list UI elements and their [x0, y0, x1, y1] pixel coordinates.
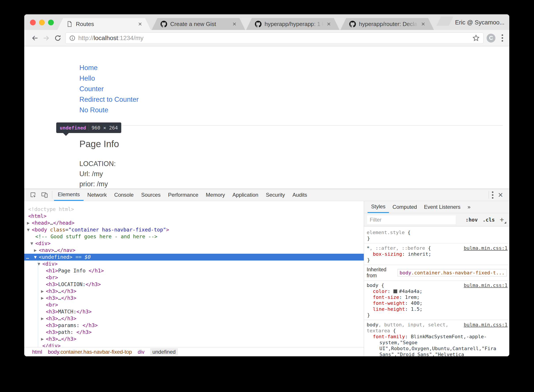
tab-close-icon[interactable]: ×: [138, 21, 142, 27]
bookmark-star-icon[interactable]: [472, 34, 480, 42]
tab-close-icon[interactable]: ×: [327, 21, 331, 27]
expand-arrow-down-icon[interactable]: ▼: [34, 254, 37, 261]
page-link[interactable]: Redirect to Counter: [79, 94, 139, 105]
style-rules: element.style {}*, ::after, ::before {bu…: [364, 226, 509, 356]
page-link[interactable]: Home: [79, 63, 139, 73]
dom-row[interactable]: <!doctype html>: [24, 206, 364, 213]
dom-row[interactable]: <br>: [24, 302, 364, 308]
close-window-button[interactable]: [30, 20, 36, 25]
page-link[interactable]: Hello: [79, 73, 139, 84]
css-property[interactable]: color: #4a4a4a;: [367, 288, 499, 294]
new-tab-button[interactable]: [437, 17, 453, 26]
expand-arrow-down-icon[interactable]: ▼: [30, 240, 33, 247]
stylesheet-link[interactable]: bulma.min.css:1: [464, 245, 508, 251]
browser-menu-button[interactable]: [500, 33, 505, 43]
reload-button[interactable]: [52, 32, 63, 44]
css-property[interactable]: font-weight: 400;: [367, 300, 499, 306]
dom-row[interactable]: <br>: [24, 274, 364, 281]
minimize-window-button[interactable]: [39, 20, 45, 25]
address-bar[interactable]: http://localhost:1234/my: [65, 32, 483, 44]
dom-row[interactable]: <h3>params: </h3>: [24, 322, 364, 329]
expand-arrow-down-icon[interactable]: ▼: [27, 226, 29, 233]
tab-close-icon[interactable]: ×: [232, 21, 236, 27]
expand-arrow-right-icon[interactable]: ▶: [34, 247, 37, 254]
expand-arrow-right-icon[interactable]: ▶: [41, 288, 44, 295]
sidebar-more-tabs-button[interactable]: »: [464, 201, 474, 213]
dom-row[interactable]: <h3>MATCH:</h3>: [24, 308, 364, 315]
expand-arrow-right-icon[interactable]: ▶: [41, 336, 44, 342]
css-close-brace: }: [367, 235, 507, 241]
devtools-tab-performance[interactable]: Performance: [164, 189, 202, 201]
zoom-window-button[interactable]: [48, 20, 54, 25]
url-text[interactable]: http://localhost:1234/my: [78, 35, 472, 42]
sidebar-tab-computed[interactable]: Computed: [389, 201, 420, 213]
devtools-tab-elements[interactable]: Elements: [54, 189, 84, 201]
dom-row[interactable]: ▶<nav>…</nav>: [24, 247, 364, 254]
dom-indent-guide: [38, 261, 38, 347]
dom-token: <h3>: [46, 295, 58, 301]
devtools-tab-application[interactable]: Application: [229, 189, 262, 201]
devtools-close-button[interactable]: ×: [495, 189, 506, 201]
expand-arrow-right-icon[interactable]: ▶: [41, 315, 44, 322]
dom-row[interactable]: ▼<div>: [24, 261, 364, 267]
dom-row[interactable]: ▶<h3>…</h3>: [24, 288, 364, 295]
dom-row[interactable]: ▼<div>: [24, 240, 364, 247]
devtools-tab-console[interactable]: Console: [110, 189, 137, 201]
dom-row[interactable]: ▼<body class="container has-navbar-fixed…: [24, 226, 364, 233]
extension-badge[interactable]: C: [486, 34, 496, 42]
pseudo-state-toggle[interactable]: :hov: [465, 217, 477, 223]
devtools-tab-security[interactable]: Security: [262, 189, 289, 201]
back-button[interactable]: [29, 32, 41, 44]
devtools-tab-sources[interactable]: Sources: [137, 189, 164, 201]
css-property[interactable]: line-height: 1.5;: [367, 306, 499, 312]
sidebar-tab-event-listeners[interactable]: Event Listeners: [420, 201, 464, 213]
sidebar-tab-styles[interactable]: Styles: [367, 201, 389, 213]
inspect-element-button[interactable]: [27, 189, 39, 201]
devtools-tab-audits[interactable]: Audits: [289, 189, 311, 201]
dom-row[interactable]: ▶<head>…</head>: [24, 219, 364, 226]
page-link[interactable]: Counter: [79, 84, 139, 94]
device-toolbar-button[interactable]: [39, 189, 50, 201]
breadcrumb-item[interactable]: html: [32, 349, 42, 355]
devtools-tab-memory[interactable]: Memory: [202, 189, 229, 201]
breadcrumb-item[interactable]: undefined: [150, 348, 178, 356]
dom-row[interactable]: ▶<h3>…</h3>: [24, 336, 364, 342]
dom-token: [47, 227, 50, 233]
devtools-menu-button[interactable]: [491, 190, 495, 200]
expand-arrow-right-icon[interactable]: ▶: [27, 219, 29, 226]
browser-tab[interactable]: hyperapp/hyperapp: 1 kB Ja×: [246, 18, 339, 30]
breadcrumb-item[interactable]: div: [138, 349, 144, 355]
css-property[interactable]: font-size: 1rem;: [367, 294, 499, 300]
element-classes-toggle[interactable]: .cls: [483, 217, 495, 223]
dom-row[interactable]: <h3>path: </h3>: [24, 329, 364, 336]
toolbar-spacer: [311, 189, 487, 201]
dom-row[interactable]: <h3>LOCATION:</h3>: [24, 281, 364, 288]
profile-label[interactable]: Eric @ Sycamoo...: [455, 19, 505, 26]
css-property[interactable]: font-family: BlinkMacSystemFont,-apple-s…: [367, 334, 499, 356]
page-link[interactable]: No Route: [79, 105, 139, 115]
expand-arrow-right-icon[interactable]: ▶: [41, 295, 44, 302]
devtools-tab-network[interactable]: Network: [84, 189, 110, 201]
tab-close-icon[interactable]: ×: [421, 21, 425, 27]
styles-filter-input[interactable]: [367, 215, 456, 224]
info-icon[interactable]: [69, 35, 76, 41]
dom-row[interactable]: ▶<h3>…</h3>: [24, 295, 364, 302]
css-rule: element.style {}: [364, 228, 509, 243]
inherited-from-element-ref[interactable]: body.container.has-navbar-fixed-t...: [397, 269, 507, 276]
forward-button[interactable]: [41, 32, 52, 44]
dom-row[interactable]: <!-- Good stuff goes here - and here -->: [24, 233, 364, 240]
stylesheet-link[interactable]: bulma.min.css:1: [464, 322, 508, 328]
browser-tab[interactable]: hyperapp/router: Declarative×: [340, 18, 434, 30]
dom-row-selected[interactable]: …▼<undefined> == $0: [24, 254, 364, 261]
new-style-rule-button[interactable]: +: [500, 215, 506, 224]
css-property[interactable]: box-sizing: inherit;: [367, 251, 499, 257]
dom-row[interactable]: <h1>Page Info </h1>: [24, 267, 364, 274]
browser-tab[interactable]: Routes×: [57, 18, 151, 30]
dom-row[interactable]: ▶<h3>…</h3>: [24, 315, 364, 322]
dom-row[interactable]: <html>: [24, 213, 364, 219]
color-swatch[interactable]: [393, 289, 397, 293]
browser-tab[interactable]: Create a new Gist×: [152, 18, 245, 30]
stylesheet-link[interactable]: bulma.min.css:1: [464, 282, 508, 288]
breadcrumb-item[interactable]: body.container.has-navbar-fixed-top: [48, 349, 132, 355]
css-selector[interactable]: element.style {: [367, 229, 507, 235]
